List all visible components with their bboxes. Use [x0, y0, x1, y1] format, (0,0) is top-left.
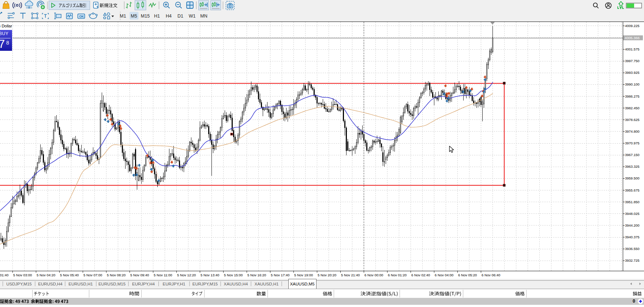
svg-text:H4: H4 [166, 14, 172, 19]
svg-text:6 Nov 02:40: 6 Nov 02:40 [411, 273, 430, 277]
svg-text:XAUUSD,M5: XAUUSD,M5 [290, 282, 314, 286]
svg-text:3932.725: 3932.725 [625, 258, 640, 262]
svg-text:5 Nov 04:20: 5 Nov 04:20 [37, 273, 55, 277]
svg-text:5 Nov 15:00: 5 Nov 15:00 [224, 273, 243, 277]
svg-text:6 Nov 06:40: 6 Nov 06:40 [482, 273, 500, 277]
svg-text:W1: W1 [189, 14, 196, 19]
svg-text:3955.675: 3955.675 [625, 188, 640, 192]
svg-text:3993.925: 3993.925 [625, 71, 640, 75]
svg-text:4005.366: 4005.366 [625, 36, 640, 40]
svg-text:3963.325: 3963.325 [625, 164, 640, 168]
svg-text:6 Nov 04:00: 6 Nov 04:00 [435, 273, 453, 277]
svg-text:M1: M1 [120, 14, 126, 19]
svg-text:5 Nov 01:40: 5 Nov 01:40 [0, 273, 8, 277]
svg-text:USDJPY,M15: USDJPY,M15 [6, 282, 31, 286]
svg-text:5 Nov 07:00: 5 Nov 07:00 [83, 273, 102, 277]
svg-text:4009.225: 4009.225 [625, 24, 640, 28]
svg-text:5 Nov 19:00: 5 Nov 19:00 [294, 273, 313, 277]
svg-text:5 Nov 21:40: 5 Nov 21:40 [341, 273, 360, 277]
svg-text:3997.750: 3997.750 [625, 59, 640, 63]
svg-text:3936.550: 3936.550 [625, 247, 640, 251]
svg-text:XAUUSD,H4: XAUUSD,H4 [224, 282, 248, 286]
svg-text:3982.450: 3982.450 [625, 106, 640, 110]
svg-text:3986.275: 3986.275 [625, 94, 640, 98]
svg-text:H1: H1 [154, 14, 160, 19]
svg-text:EURJPY,H1: EURJPY,H1 [163, 282, 186, 286]
svg-text:3990.100: 3990.100 [625, 82, 640, 86]
svg-text:S Dollar: S Dollar [0, 24, 12, 28]
svg-text:3967.150: 3967.150 [625, 153, 640, 157]
svg-text:3970.975: 3970.975 [625, 141, 640, 145]
svg-text:3940.375: 3940.375 [625, 235, 640, 239]
svg-text:3974.800: 3974.800 [625, 129, 640, 133]
svg-text:5 Nov 11:00: 5 Nov 11:00 [154, 273, 172, 277]
svg-text:3978.625: 3978.625 [625, 118, 640, 122]
svg-text:6 Nov 01:20: 6 Nov 01:20 [388, 273, 407, 277]
svg-text:EURUSD,H1: EURUSD,H1 [68, 282, 93, 286]
svg-text:6 Nov 00:00: 6 Nov 00:00 [364, 273, 383, 277]
svg-text:5 Nov 20:20: 5 Nov 20:20 [318, 273, 336, 277]
svg-text:3951.850: 3951.850 [625, 200, 640, 204]
svg-text:5 Nov 03:00: 5 Nov 03:00 [13, 273, 32, 277]
svg-text:6 Nov 05:20: 6 Nov 05:20 [458, 273, 477, 277]
svg-text:3944.200: 3944.200 [625, 223, 640, 227]
svg-text:EURJPY,H4: EURJPY,H4 [132, 282, 155, 286]
svg-text:OK: OK [79, 15, 85, 18]
svg-text:5 Nov 16:20: 5 Nov 16:20 [247, 273, 266, 277]
svg-text:5 Nov 17:40: 5 Nov 17:40 [271, 273, 289, 277]
svg-text:5 Nov 13:40: 5 Nov 13:40 [201, 273, 219, 277]
svg-text:EURUSD,M15: EURUSD,M15 [98, 282, 126, 286]
svg-text:5 Nov 08:20: 5 Nov 08:20 [107, 273, 126, 277]
svg-text:M15: M15 [141, 14, 150, 19]
svg-text:EURJPY,M15: EURJPY,M15 [192, 282, 218, 286]
svg-text:EURUSD,H4: EURUSD,H4 [38, 282, 63, 286]
svg-text:5 Nov 09:40: 5 Nov 09:40 [130, 273, 149, 277]
svg-text:5 Nov 05:40: 5 Nov 05:40 [60, 273, 79, 277]
svg-text:MN: MN [200, 14, 207, 19]
svg-text:4001.575: 4001.575 [625, 47, 640, 51]
svg-text:5 Nov 12:20: 5 Nov 12:20 [177, 273, 196, 277]
svg-text:3959.500: 3959.500 [625, 176, 640, 180]
svg-text:XAUUSD,H1: XAUUSD,H1 [255, 282, 279, 286]
svg-text:D1: D1 [177, 14, 183, 19]
svg-text:3948.025: 3948.025 [625, 212, 640, 216]
svg-text:M5: M5 [131, 14, 137, 19]
